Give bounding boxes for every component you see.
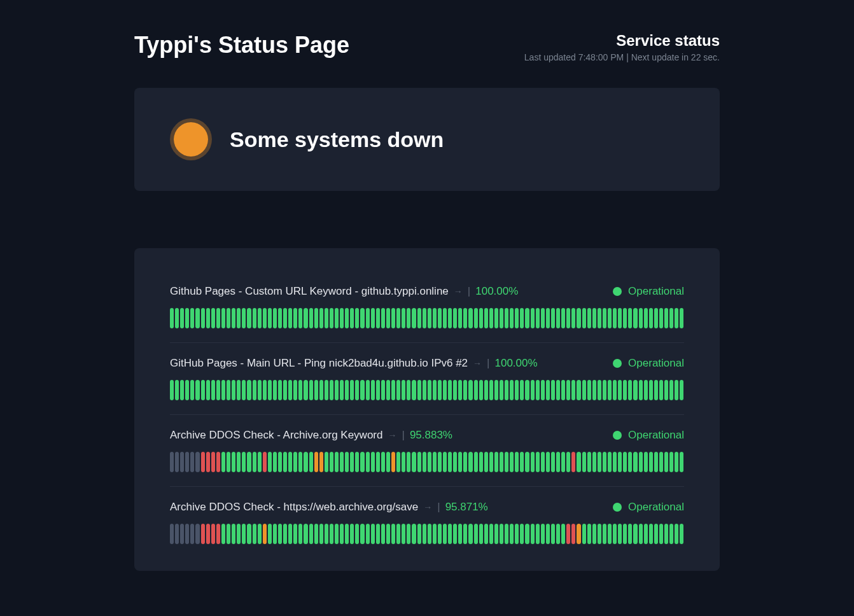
uptime-bar-segment[interactable] — [376, 524, 380, 544]
uptime-bar-segment[interactable] — [293, 524, 297, 544]
uptime-bar-segment[interactable] — [381, 380, 385, 400]
uptime-bar-segment[interactable] — [608, 380, 612, 400]
uptime-bar-segment[interactable] — [603, 380, 606, 400]
uptime-bar-segment[interactable] — [268, 524, 272, 544]
uptime-bar-segment[interactable] — [603, 452, 606, 472]
uptime-bar-segment[interactable] — [633, 524, 637, 544]
uptime-bar-segment[interactable] — [628, 524, 632, 544]
uptime-bar-segment[interactable] — [515, 308, 519, 328]
uptime-bar-segment[interactable] — [195, 452, 199, 472]
uptime-bar-segment[interactable] — [170, 452, 174, 472]
uptime-bar-segment[interactable] — [443, 452, 447, 472]
uptime-bar-segment[interactable] — [510, 524, 514, 544]
uptime-bar-segment[interactable] — [293, 308, 297, 328]
uptime-bar-segment[interactable] — [633, 380, 637, 400]
uptime-bar-segment[interactable] — [396, 452, 400, 472]
uptime-bar-segment[interactable] — [391, 452, 395, 472]
uptime-bar-segment[interactable] — [649, 524, 653, 544]
uptime-bar-segment[interactable] — [314, 452, 318, 472]
uptime-bar-segment[interactable] — [675, 308, 678, 328]
uptime-bar-segment[interactable] — [649, 308, 653, 328]
uptime-bar-segment[interactable] — [561, 380, 565, 400]
uptime-bar-segment[interactable] — [227, 308, 230, 328]
uptime-bar-segment[interactable] — [211, 380, 215, 400]
uptime-bar-segment[interactable] — [489, 308, 493, 328]
uptime-bar-segment[interactable] — [386, 308, 390, 328]
uptime-bar-segment[interactable] — [561, 308, 565, 328]
uptime-bar-segment[interactable] — [453, 452, 457, 472]
uptime-bar-segment[interactable] — [479, 524, 483, 544]
uptime-bar-segment[interactable] — [366, 452, 370, 472]
uptime-bar-segment[interactable] — [417, 452, 421, 472]
uptime-bar-segment[interactable] — [345, 524, 349, 544]
uptime-bar-segment[interactable] — [577, 380, 580, 400]
uptime-bar-segment[interactable] — [195, 308, 199, 328]
uptime-bar-segment[interactable] — [453, 380, 457, 400]
uptime-bar-segment[interactable] — [592, 524, 596, 544]
uptime-bar-segment[interactable] — [453, 524, 457, 544]
uptime-bar-segment[interactable] — [515, 452, 519, 472]
uptime-bar-segment[interactable] — [458, 308, 462, 328]
uptime-bar-segment[interactable] — [582, 452, 586, 472]
uptime-bar-segment[interactable] — [371, 380, 375, 400]
uptime-bar-segment[interactable] — [195, 380, 199, 400]
uptime-bar-segment[interactable] — [520, 452, 524, 472]
uptime-bar-segment[interactable] — [237, 452, 241, 472]
uptime-bar-segment[interactable] — [283, 380, 287, 400]
uptime-bar-segment[interactable] — [355, 524, 359, 544]
uptime-bar-segment[interactable] — [355, 380, 359, 400]
uptime-bar-segment[interactable] — [520, 524, 524, 544]
uptime-bar-segment[interactable] — [438, 308, 442, 328]
uptime-bar-segment[interactable] — [417, 308, 421, 328]
uptime-bar-segment[interactable] — [350, 308, 354, 328]
uptime-bar-segment[interactable] — [180, 380, 184, 400]
uptime-bar-segment[interactable] — [325, 380, 328, 400]
uptime-bar-segment[interactable] — [675, 524, 678, 544]
uptime-bar-segment[interactable] — [417, 380, 421, 400]
uptime-bar-segment[interactable] — [515, 524, 519, 544]
uptime-bar-segment[interactable] — [211, 524, 215, 544]
uptime-bar-segment[interactable] — [675, 380, 678, 400]
uptime-bar-segment[interactable] — [237, 524, 241, 544]
uptime-bar-segment[interactable] — [448, 452, 452, 472]
uptime-bar-segment[interactable] — [566, 380, 570, 400]
uptime-bar-segment[interactable] — [489, 380, 493, 400]
uptime-bar-segment[interactable] — [288, 380, 292, 400]
uptime-bar-segment[interactable] — [423, 308, 426, 328]
uptime-bar-segment[interactable] — [649, 452, 653, 472]
uptime-bar-segment[interactable] — [448, 524, 452, 544]
uptime-bar-segment[interactable] — [396, 308, 400, 328]
uptime-bar-segment[interactable] — [180, 308, 184, 328]
uptime-bar-segment[interactable] — [551, 380, 555, 400]
uptime-bar-segment[interactable] — [639, 524, 643, 544]
uptime-bar-segment[interactable] — [536, 380, 540, 400]
uptime-bar-segment[interactable] — [185, 452, 189, 472]
uptime-bar-segment[interactable] — [304, 308, 307, 328]
uptime-bar-segment[interactable] — [247, 452, 251, 472]
uptime-bar-segment[interactable] — [463, 380, 467, 400]
uptime-bar-segment[interactable] — [319, 380, 323, 400]
uptime-bar-segment[interactable] — [428, 380, 431, 400]
uptime-bar-segment[interactable] — [618, 524, 622, 544]
uptime-bar-segment[interactable] — [531, 308, 535, 328]
uptime-bar-segment[interactable] — [505, 380, 508, 400]
uptime-bar-segment[interactable] — [319, 524, 323, 544]
uptime-bar-segment[interactable] — [350, 380, 354, 400]
uptime-bar-segment[interactable] — [423, 452, 426, 472]
service-name-link[interactable]: Archive DDOS Check - Archive.org Keyword — [170, 429, 382, 442]
uptime-bar-segment[interactable] — [587, 380, 591, 400]
uptime-bar-segment[interactable] — [396, 524, 400, 544]
uptime-bar-segment[interactable] — [500, 524, 503, 544]
uptime-bar-segment[interactable] — [520, 380, 524, 400]
uptime-bar-segment[interactable] — [211, 452, 215, 472]
uptime-bar-segment[interactable] — [608, 452, 612, 472]
uptime-bar-segment[interactable] — [366, 380, 370, 400]
uptime-bar-segment[interactable] — [381, 308, 385, 328]
uptime-bar-segment[interactable] — [371, 524, 375, 544]
uptime-bar-segment[interactable] — [253, 308, 256, 328]
service-name-link[interactable]: GitHub Pages - Main URL - Ping nick2bad4… — [170, 357, 468, 370]
uptime-bar-segment[interactable] — [175, 380, 179, 400]
uptime-bar-segment[interactable] — [531, 524, 535, 544]
uptime-bar-segment[interactable] — [639, 380, 643, 400]
uptime-bar-segment[interactable] — [242, 452, 246, 472]
